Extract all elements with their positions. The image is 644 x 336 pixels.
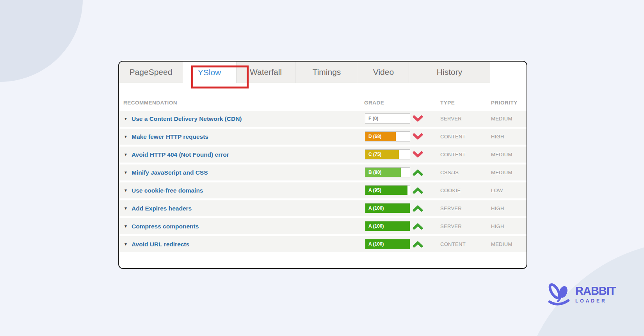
logo-wordmark: RABBIT LOADER [575, 281, 616, 304]
tab-timings[interactable]: Timings [295, 62, 358, 83]
recommendation-link[interactable]: Avoid URL redirects [132, 236, 189, 252]
table-row: ▼ Use cookie-free domains A (95) COOKIE … [119, 182, 527, 198]
table-row: ▼ Make fewer HTTP requests D (68) CONTEN… [119, 129, 527, 145]
tab-history[interactable]: History [409, 62, 490, 83]
grade-label: A (100) [368, 203, 384, 213]
expand-caret-icon[interactable]: ▼ [124, 218, 128, 234]
table-header-row: RECOMMENDATION GRADE TYPE PRIORITY [119, 96, 527, 110]
grade-label: A (95) [368, 186, 381, 195]
table-row: ▼ Compress components A (100) SERVER HIG… [119, 218, 527, 234]
recommendation-link[interactable]: Use cookie-free domains [132, 182, 203, 198]
screenshot-stage: PageSpeedYSlowWaterfallTimingsVideoHisto… [0, 0, 644, 336]
grade-bar: C (75) [365, 149, 410, 159]
priority-cell: MEDIUM [491, 164, 512, 180]
grade-bar: B (80) [365, 167, 410, 177]
type-cell: SERVER [440, 218, 462, 234]
decorative-circle-top-left [0, 0, 83, 82]
yslow-highlight-box [191, 65, 249, 88]
type-cell: CSS/JS [440, 164, 459, 180]
recommendation-link[interactable]: Avoid HTTP 404 (Not Found) error [132, 147, 229, 163]
type-cell: COOKIE [440, 182, 461, 198]
expand-caret-icon[interactable]: ▼ [124, 111, 128, 127]
rabbit-ears-icon [546, 281, 571, 309]
priority-cell: MEDIUM [491, 111, 512, 127]
grade-bar: A (95) [365, 185, 410, 195]
recommendation-link[interactable]: Make fewer HTTP requests [132, 129, 208, 145]
recommendations-table-body: ▼ Use a Content Delivery Network (CDN) F… [119, 111, 527, 254]
grade-bar: A (100) [365, 203, 410, 213]
type-cell: SERVER [440, 111, 462, 127]
priority-cell: HIGH [491, 129, 504, 145]
table-row: ▼ Avoid URL redirects A (100) CONTENT ME… [119, 236, 527, 252]
expand-caret-icon[interactable]: ▼ [124, 129, 128, 145]
logo-brand-text: RABBIT [575, 285, 616, 297]
trend-up-icon [413, 223, 423, 231]
recommendation-link[interactable]: Add Expires headers [132, 200, 192, 216]
priority-cell: HIGH [491, 200, 504, 216]
header-grade: GRADE [364, 96, 384, 110]
tab-video[interactable]: Video [358, 62, 409, 83]
table-row: ▼ Minify JavaScript and CSS B (80) CSS/J… [119, 164, 527, 180]
grade-bar: F (0) [365, 113, 410, 124]
grade-label: A (100) [368, 221, 384, 231]
grade-label: D (68) [368, 132, 381, 141]
expand-caret-icon[interactable]: ▼ [124, 164, 128, 180]
trend-up-icon [413, 205, 423, 213]
type-cell: CONTENT [440, 147, 466, 163]
tab-bar: PageSpeedYSlowWaterfallTimingsVideoHisto… [119, 62, 490, 83]
header-priority: PRIORITY [491, 96, 518, 110]
expand-caret-icon[interactable]: ▼ [124, 200, 128, 216]
grade-label: C (75) [368, 150, 381, 159]
table-row: ▼ Add Expires headers A (100) SERVER HIG… [119, 200, 527, 216]
expand-caret-icon[interactable]: ▼ [124, 147, 128, 163]
table-row: ▼ Avoid HTTP 404 (Not Found) error C (75… [119, 147, 527, 163]
recommendation-link[interactable]: Compress components [132, 218, 199, 234]
header-recommendation: RECOMMENDATION [123, 96, 177, 110]
grade-bar: D (68) [365, 131, 410, 141]
priority-cell: LOW [491, 182, 503, 198]
grade-bar: A (100) [365, 239, 410, 249]
priority-cell: HIGH [491, 218, 504, 234]
logo-sub-text: LOADER [575, 298, 616, 304]
grade-label: A (100) [368, 239, 384, 249]
type-cell: CONTENT [440, 129, 466, 145]
type-cell: SERVER [440, 200, 462, 216]
table-row: ▼ Use a Content Delivery Network (CDN) F… [119, 111, 527, 127]
header-type: TYPE [440, 96, 455, 110]
trend-up-icon [413, 241, 423, 249]
type-cell: CONTENT [440, 236, 466, 252]
priority-cell: MEDIUM [491, 236, 512, 252]
grade-bar: A (100) [365, 221, 410, 231]
trend-down-icon [413, 151, 423, 159]
recommendation-link[interactable]: Use a Content Delivery Network (CDN) [132, 111, 242, 127]
trend-up-icon [413, 169, 423, 177]
grade-label: F (0) [368, 114, 378, 123]
expand-caret-icon[interactable]: ▼ [124, 182, 128, 198]
rabbit-loader-logo: RABBIT LOADER [546, 281, 616, 309]
expand-caret-icon[interactable]: ▼ [124, 236, 128, 252]
recommendation-link[interactable]: Minify JavaScript and CSS [132, 164, 208, 180]
priority-cell: MEDIUM [491, 147, 512, 163]
gtmetrix-report-card: PageSpeedYSlowWaterfallTimingsVideoHisto… [118, 61, 527, 269]
tab-pagespeed[interactable]: PageSpeed [119, 62, 183, 83]
trend-up-icon [413, 187, 423, 195]
trend-down-icon [413, 115, 423, 124]
grade-label: B (80) [368, 168, 381, 177]
trend-down-icon [413, 133, 423, 141]
